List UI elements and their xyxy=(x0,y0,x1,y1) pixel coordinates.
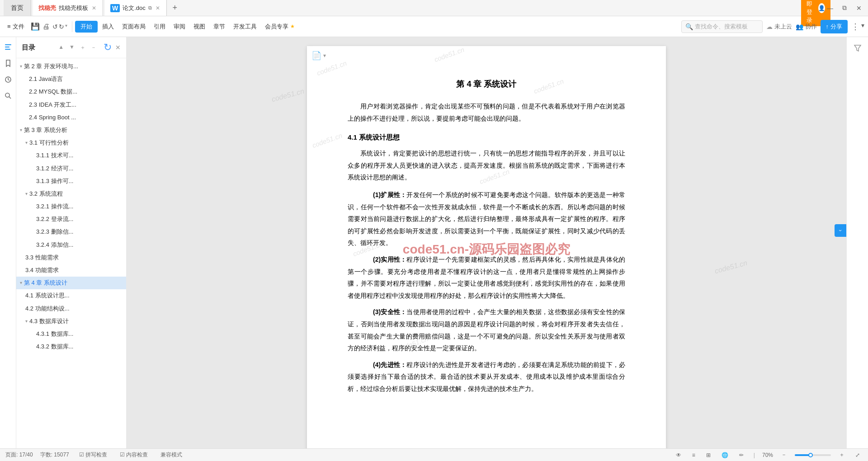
right-edge-expand-tab[interactable]: › xyxy=(835,224,846,237)
member-menu-btn[interactable]: 会员专享 ★ xyxy=(261,21,298,33)
toc-item-2-2[interactable]: 2.2 MYSQL 数据... xyxy=(16,85,126,98)
content-check-btn[interactable]: ☑ 内容检查 xyxy=(117,450,151,460)
toc-item-2-1[interactable]: 2.1 Java语言 xyxy=(16,73,126,85)
view-menu-btn[interactable]: 视图 xyxy=(190,21,209,33)
grid-view-btn[interactable]: ⊞ xyxy=(703,451,713,459)
eye-view-btn[interactable]: 👁 xyxy=(673,451,684,459)
toc-item-4-3-1[interactable]: 4.3.1 数据库... xyxy=(16,328,126,340)
toc-item-3-1-3-text: 3.1.3 操作可... xyxy=(36,177,123,185)
zoom-in-btn[interactable]: ＋ xyxy=(836,450,847,460)
toc-item-3-2-1[interactable]: 3.2.1 操作流... xyxy=(16,200,126,213)
toc-refresh-btn[interactable]: ↻ xyxy=(104,42,112,53)
add-tab-button[interactable]: + xyxy=(169,2,181,14)
toc-item-2-2-text: 2.2 MYSQL 数据... xyxy=(29,88,123,96)
view-label: 视图 xyxy=(193,23,205,31)
review-menu-btn[interactable]: 审阅 xyxy=(170,21,189,33)
layout-menu-btn[interactable]: 页面布局 xyxy=(118,21,149,33)
template-tab[interactable]: 找稳壳 找稳壳模板 ✕ xyxy=(33,0,103,16)
home-tab-label: 首页 xyxy=(11,4,24,12)
toc-add-btn[interactable]: ＋ xyxy=(78,43,87,52)
template-tab-close[interactable]: ✕ xyxy=(91,4,97,12)
toc-item-3-2-2[interactable]: 3.2.2 登录流... xyxy=(16,213,126,226)
fullscreen-btn[interactable]: ⤢ xyxy=(853,451,863,459)
toc-item-2-3[interactable]: 2.3 IDEA 开发工... xyxy=(16,99,126,111)
doc-tab-restore[interactable]: ⧉ xyxy=(148,5,152,11)
menu-button[interactable]: ≡ 文件 xyxy=(4,21,28,33)
redo-icon[interactable]: ↻ xyxy=(59,23,64,30)
login-btn[interactable]: 立即登录 👤 xyxy=(810,3,821,14)
toc-item-3-2[interactable]: ▾ 3.2 系统流程 xyxy=(16,188,126,200)
document-page: 📄 ▾ code51.cn code51.cn code51.cn code51… xyxy=(307,46,666,453)
collab-label[interactable]: 协作 xyxy=(805,23,817,31)
chapter-menu-btn[interactable]: 章节 xyxy=(210,21,229,33)
more-icon[interactable]: ⋮ xyxy=(851,22,859,32)
search-box[interactable]: 🔍 查找命令、搜索模板 xyxy=(681,20,763,33)
toc-item-ch2-text: 第 2 章 开发环境与... xyxy=(24,62,123,71)
spell-check-btn[interactable]: ☑ 拼写检查 xyxy=(76,450,110,460)
content-check-icon: ☑ xyxy=(120,452,125,458)
zoom-slider[interactable] xyxy=(795,454,831,456)
list-view-btn[interactable]: ≡ xyxy=(689,451,698,459)
toc-item-2-4[interactable]: 2.4 Spring Boot ... xyxy=(16,111,126,124)
doc-dropdown[interactable]: ▾ xyxy=(323,52,326,59)
toc-item-ch3[interactable]: ▾ 第 3 章 系统分析 xyxy=(16,124,126,136)
start-menu-btn[interactable]: 开始 xyxy=(75,21,98,33)
minimize-button[interactable]: — xyxy=(825,3,835,14)
start-label: 开始 xyxy=(80,23,92,31)
svg-rect-1 xyxy=(5,47,9,47)
toc-remove-btn[interactable]: － xyxy=(89,43,98,52)
toc-item-3-4[interactable]: 3.4 功能需求 xyxy=(16,264,126,277)
doc-tab[interactable]: W 论文.doc ⧉ ✕ xyxy=(105,0,167,16)
toc-item-3-2-3[interactable]: 3.2.3 删除信... xyxy=(16,226,126,238)
toc-item-ch4[interactable]: ▾ 第 4 章 系统设计 xyxy=(16,277,126,289)
compat-mode-btn[interactable]: 兼容模式 xyxy=(158,450,185,460)
cloud-label[interactable]: 未上云 xyxy=(774,23,792,31)
toc-item-4-3[interactable]: ▾ 4.3 数据库设计 xyxy=(16,315,126,328)
toc-item-4-3-2[interactable]: 4.3.2 数据库... xyxy=(16,340,126,353)
member-icon: ★ xyxy=(290,24,295,29)
toc-item-ch2[interactable]: ▾ 第 2 章 开发环境与... xyxy=(16,60,126,73)
ref-label: 引用 xyxy=(154,23,165,31)
chapter-label: 章节 xyxy=(213,23,225,31)
expand-icon[interactable]: ▾ xyxy=(861,22,864,32)
share-button[interactable]: ↑ 分享 xyxy=(821,20,848,33)
doc-tab-close[interactable]: ✕ xyxy=(155,4,161,12)
sidebar-bookmark-icon[interactable] xyxy=(2,57,14,70)
home-tab[interactable]: 首页 xyxy=(4,0,31,16)
sidebar-history-icon[interactable] xyxy=(2,73,14,86)
doc-float-toolbar: 📄 ▾ xyxy=(311,51,326,61)
close-button[interactable]: ✕ xyxy=(854,3,864,14)
file-menu[interactable]: 文件 xyxy=(13,23,24,31)
right-filter-icon[interactable] xyxy=(850,41,865,55)
ref-menu-btn[interactable]: 引用 xyxy=(150,21,169,33)
restore-button[interactable]: ⧉ xyxy=(839,3,850,14)
undo-icon[interactable]: ↺ xyxy=(52,23,58,30)
page-wm-2: code51.cn xyxy=(433,46,465,63)
toc-item-4-1[interactable]: 4.1 系统设计思... xyxy=(16,289,126,302)
insert-menu-btn[interactable]: 插入 xyxy=(99,21,118,33)
toc-up-btn[interactable]: ▲ xyxy=(57,43,66,52)
toc-item-3-1-2[interactable]: 3.1.2 经济可... xyxy=(16,162,126,175)
toc-item-3-1[interactable]: ▾ 3.1 可行性分析 xyxy=(16,136,126,149)
toc-down-btn[interactable]: ▼ xyxy=(67,43,76,52)
toc-item-3-1-3[interactable]: 3.1.3 操作可... xyxy=(16,175,126,188)
sidebar-search-icon[interactable] xyxy=(2,89,14,102)
spell-check-label: 拼写检查 xyxy=(85,452,107,458)
toc-item-3-3[interactable]: 3.3 性能需求 xyxy=(16,251,126,264)
toc-item-4-2[interactable]: 4.2 功能结构设... xyxy=(16,302,126,315)
toc-item-3-1-1[interactable]: 3.1.1 技术可... xyxy=(16,149,126,162)
globe-view-btn[interactable]: 🌐 xyxy=(719,451,731,459)
window-controls: 立即登录 👤 — ⧉ ✕ xyxy=(810,3,864,14)
sidebar-toc-icon[interactable] xyxy=(2,41,14,53)
edit-view-btn[interactable]: ✏ xyxy=(736,451,746,459)
print-icon[interactable]: 🖨 xyxy=(42,23,50,31)
toc-close-btn[interactable]: ✕ xyxy=(115,44,121,51)
zoom-slider-thumb[interactable] xyxy=(808,453,813,457)
zoom-out-btn[interactable]: － xyxy=(778,450,789,460)
toc-item-3-2-4[interactable]: 3.2.4 添加信... xyxy=(16,239,126,251)
content-check-label: 内容检查 xyxy=(126,452,148,458)
save-icon[interactable]: 💾 xyxy=(31,22,40,31)
svg-point-4 xyxy=(5,93,9,97)
devtools-menu-btn[interactable]: 开发工具 xyxy=(230,21,260,33)
dropdown-arrow[interactable]: ▾ xyxy=(65,23,67,30)
